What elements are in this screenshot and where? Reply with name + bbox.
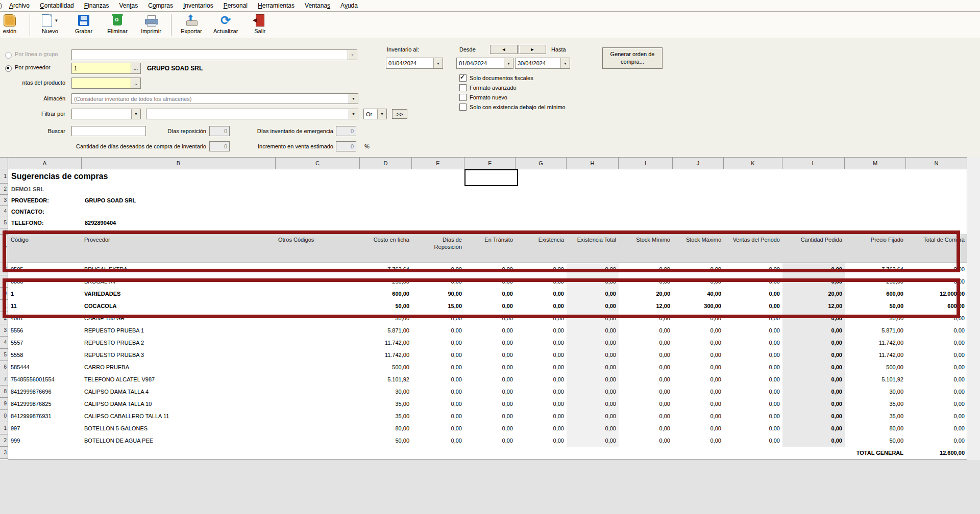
grid-cell[interactable]: 35,00	[360, 410, 412, 422]
row-header[interactable]: 9	[0, 275, 8, 288]
grid-cell[interactable]: 11.742,00	[360, 349, 412, 361]
spacer-cell[interactable]	[8, 228, 967, 235]
grid-cell[interactable]: 0,00	[673, 263, 724, 275]
row-header[interactable]: 6	[0, 361, 8, 373]
by-supplier-radio[interactable]	[5, 65, 12, 72]
grid-cell[interactable]: 80,00	[845, 422, 906, 434]
browse-product-button[interactable]: ..	[131, 78, 140, 88]
grid-cell[interactable]: 0,00	[567, 422, 619, 434]
grid-cell[interactable]: 5.101,92	[845, 373, 906, 386]
grid-cell[interactable]: 50,00	[845, 300, 906, 312]
row-header[interactable]: 1	[0, 169, 8, 184]
warehouse-combo[interactable]: (Considerar inventario de todos los alma…	[71, 93, 358, 104]
grid-cell[interactable]: 0,00	[464, 312, 516, 324]
grid-cell[interactable]	[782, 447, 845, 459]
grid-cell[interactable]: 0,00	[673, 373, 724, 386]
generate-order-button[interactable]: Generar orden de compra...	[602, 47, 663, 69]
product-sales-input[interactable]: ..	[71, 78, 141, 89]
grid-cell[interactable]: 0,00	[464, 434, 516, 447]
grid-cell[interactable]: 0,00	[516, 422, 567, 434]
grid-cell[interactable]: 30,00	[360, 386, 412, 398]
grid-cell[interactable]: 0,00	[567, 349, 619, 361]
corner-cell[interactable]	[0, 157, 8, 169]
row-header[interactable]: 9	[0, 398, 8, 410]
grid-cell[interactable]: 250,00	[360, 275, 412, 288]
grid-cell[interactable]: 0,00	[906, 434, 967, 447]
grid-cell[interactable]: 0,00	[464, 422, 516, 434]
grid-cell[interactable]: 0,00	[619, 337, 673, 349]
grid-cell[interactable]: 0,00	[906, 373, 967, 386]
column-header-existencia[interactable]: Existencia	[516, 235, 567, 263]
grid-cell[interactable]: 0,00	[724, 398, 782, 410]
grid-cell[interactable]: 0,00	[782, 349, 845, 361]
column-header-total-de-compra[interactable]: Total de Compra	[906, 235, 967, 263]
grid-cell[interactable]: 0,00	[906, 324, 967, 337]
column-letter-C[interactable]: C	[276, 157, 360, 169]
grid-cell[interactable]: CARNE 150 GR	[82, 312, 276, 324]
grid-cell[interactable]	[276, 263, 360, 275]
grid-cell[interactable]: 50,00	[360, 434, 412, 447]
grid-cell[interactable]	[276, 373, 360, 386]
grid-cell[interactable]: 35,00	[845, 410, 906, 422]
grid-cell[interactable]: 0,00	[906, 275, 967, 288]
grid-cell[interactable]: 0,00	[464, 275, 516, 288]
column-letter-J[interactable]: J	[673, 157, 724, 169]
grid-cell[interactable]: 0,00	[464, 263, 516, 275]
grid-cell[interactable]: 0,00	[619, 386, 673, 398]
grid-cell[interactable]: 0,00	[619, 434, 673, 447]
grid-cell[interactable]: 0,00	[412, 312, 464, 324]
menu-item-finanzas[interactable]: Finanzas	[79, 1, 114, 11]
column-letter-B[interactable]: B	[82, 157, 276, 169]
chevron-down-icon[interactable]: ▼	[349, 109, 358, 119]
grid-cell[interactable]: BOTELLON 5 GALONES	[82, 422, 276, 434]
grid-cell[interactable]: 0,00	[906, 422, 967, 434]
grid-cell[interactable]: 0,00	[412, 337, 464, 349]
row-header[interactable]: 1	[0, 300, 8, 312]
grid-cell[interactable]: 0,00	[412, 263, 464, 275]
grid-cell[interactable]: 0,00	[782, 324, 845, 337]
phone-field-value[interactable]: 8292890404	[82, 217, 276, 228]
grid-cell[interactable]: 0,00	[567, 275, 619, 288]
column-header-co-digo[interactable]: Código	[8, 235, 82, 263]
grid-cell[interactable]: 0,00	[516, 275, 567, 288]
option-solo-con-existencia-debajo-del-mi-nimo[interactable]: Solo con existencia debajo del mínimo	[459, 104, 566, 111]
option-formato-nuevo[interactable]: Formato nuevo	[459, 94, 507, 101]
grid-cell[interactable]: 35,00	[845, 398, 906, 410]
grid-cell[interactable]: BRUGAL XV	[82, 275, 276, 288]
row-header[interactable]: 7	[0, 235, 8, 263]
grid-cell[interactable]	[276, 434, 360, 447]
column-header-di-as-de-reposicio-n[interactable]: Días de Reposición	[412, 235, 464, 263]
contact-field-value[interactable]	[82, 206, 276, 217]
grid-cell[interactable]	[464, 447, 516, 459]
menu-item-personal[interactable]: Personal	[218, 1, 253, 11]
grid-cell[interactable]: 0,00	[724, 288, 782, 300]
grid-cell[interactable]	[276, 422, 360, 434]
expand-filter-button[interactable]: >>	[392, 109, 407, 119]
total-general-value[interactable]: 12.600,00	[906, 447, 967, 459]
grid-cell[interactable]: 0,00	[906, 361, 967, 373]
grid-cell[interactable]: CALIPSO CABALLERO TALLA 11	[82, 410, 276, 422]
row-header[interactable]: 2	[0, 312, 8, 324]
row-header[interactable]: 8	[0, 386, 8, 398]
grid-cell[interactable]: 0,00	[724, 263, 782, 275]
grid-cell[interactable]: 0,00	[724, 422, 782, 434]
grid-cell[interactable]	[276, 300, 360, 312]
grid-cell[interactable]: 0,00	[567, 373, 619, 386]
column-letter-K[interactable]: K	[724, 157, 782, 169]
row-header[interactable]: 2	[0, 434, 8, 447]
days-replenish-input[interactable]: 0	[209, 126, 230, 136]
period-back-button[interactable]: ◄	[490, 45, 518, 54]
grid-cell[interactable]	[516, 447, 567, 459]
export-button[interactable]: ⬆Exportar	[175, 13, 208, 35]
option-solo-documentos-fiscales[interactable]: ✓Solo documentos fiscales	[459, 74, 533, 82]
column-header-en-tra-nsito[interactable]: En Tránsito	[464, 235, 516, 263]
grid-cell[interactable]: 0,00	[516, 349, 567, 361]
grid-cell[interactable]: 585444	[8, 361, 82, 373]
checked-checkbox-icon[interactable]: ✓	[459, 74, 467, 82]
grid-cell[interactable]: 0,00	[782, 373, 845, 386]
grid-cell[interactable]: 20,00	[782, 288, 845, 300]
grid-cell[interactable]: 50,00	[845, 312, 906, 324]
grid-cell[interactable]: 80,00	[360, 422, 412, 434]
period-forward-button[interactable]: ►	[519, 45, 546, 54]
selected-cell[interactable]	[464, 169, 518, 186]
